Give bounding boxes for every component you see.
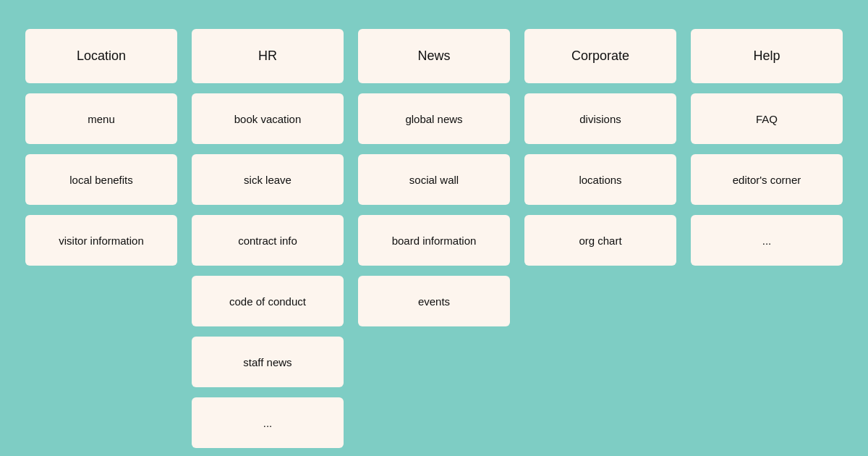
item-book-vacation[interactable]: book vacation	[192, 93, 344, 144]
item-sick-leave[interactable]: sick leave	[192, 154, 344, 205]
header-help[interactable]: Help	[691, 29, 843, 83]
item-local-benefits[interactable]: local benefits	[25, 154, 177, 205]
item-divisions[interactable]: divisions	[524, 93, 676, 144]
item-board-information[interactable]: board information	[358, 215, 510, 266]
item-contract-info[interactable]: contract info	[192, 215, 344, 266]
item-[interactable]: ...	[192, 397, 344, 448]
item-global-news[interactable]: global news	[358, 93, 510, 144]
item-events[interactable]: events	[358, 276, 510, 326]
column-news: Newsglobal newssocial wallboard informat…	[358, 29, 510, 448]
header-news[interactable]: News	[358, 29, 510, 83]
header-corporate[interactable]: Corporate	[524, 29, 676, 83]
item-[interactable]: ...	[691, 215, 843, 266]
column-hr: HRbook vacationsick leavecontract infoco…	[192, 29, 344, 448]
item-menu[interactable]: menu	[25, 93, 177, 144]
item-staff-news[interactable]: staff news	[192, 337, 344, 387]
column-help: HelpFAQeditor's corner...	[691, 29, 843, 448]
item-[interactable]: FAQ	[691, 93, 843, 144]
column-corporate: Corporatedivisionslocationsorg chart	[524, 29, 676, 448]
header-hr[interactable]: HR	[192, 29, 344, 83]
item-code-of-conduct[interactable]: code of conduct	[192, 276, 344, 326]
header-location[interactable]: Location	[25, 29, 177, 83]
column-location: Locationmenulocal benefitsvisitor inform…	[25, 29, 177, 448]
nav-grid: Locationmenulocal benefitsvisitor inform…	[14, 29, 854, 448]
item-editors-corner[interactable]: editor's corner	[691, 154, 843, 205]
item-social-wall[interactable]: social wall	[358, 154, 510, 205]
item-locations[interactable]: locations	[524, 154, 676, 205]
item-org-chart[interactable]: org chart	[524, 215, 676, 266]
item-visitor-information[interactable]: visitor information	[25, 215, 177, 266]
